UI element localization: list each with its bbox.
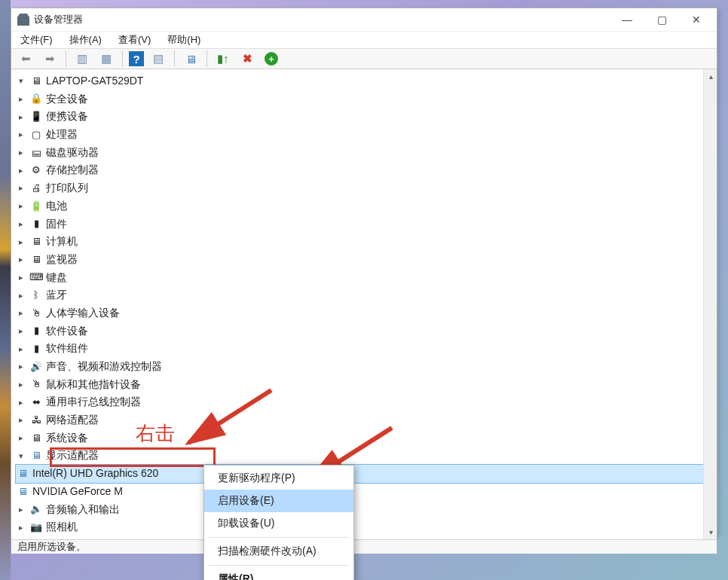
menu-file[interactable]: 文件(F) (17, 32, 56, 48)
statusbar: 启用所选设备。 (11, 539, 717, 554)
view-options-button[interactable]: ▤ (148, 49, 168, 69)
tree-root[interactable]: ▾ 🖥 LAPTOP-GAT529DT (16, 72, 703, 90)
menu-view[interactable]: 查看(V) (115, 32, 154, 48)
tree-item-intel-uhd[interactable]: 🖥 Intel(R) UHD Graphics 620 (16, 465, 703, 483)
tree-category[interactable]: ▸🖥监视器 (16, 251, 703, 269)
context-menu-uninstall-device[interactable]: 卸载设备(U) (204, 512, 353, 535)
tree-item-nvidia[interactable]: 🖥 NVIDIA GeForce M (16, 483, 703, 501)
tree-category[interactable]: ▸🔒安全设备 (16, 90, 703, 108)
chevron-right-icon[interactable]: ▸ (16, 307, 26, 319)
tree-category[interactable]: ▸▢处理器 (16, 126, 703, 144)
chevron-right-icon[interactable]: ▸ (16, 128, 26, 141)
tree-category-label: 音频输入和输出 (46, 502, 120, 518)
chevron-right-icon[interactable]: ▸ (16, 271, 26, 284)
chevron-right-icon[interactable]: ▸ (16, 503, 26, 516)
nav-back-button[interactable]: ⬅ (16, 49, 35, 69)
disable-device-button[interactable]: ✖ (237, 49, 257, 69)
enable-device-button[interactable]: ▮↑ (213, 49, 233, 69)
toolbar-separator (206, 50, 207, 67)
add-legacy-button[interactable]: + (262, 49, 281, 69)
menu-help[interactable]: 帮助(H) (164, 32, 203, 48)
tree-category-camera[interactable]: ▸ 📷 照相机 (16, 518, 703, 536)
nav-forward-button[interactable]: ➡ (40, 49, 60, 69)
display-adapter-icon: 🖥 (29, 450, 43, 462)
tree-category[interactable]: ▸🖥计算机 (16, 233, 703, 251)
tree-category-label: 网络适配器 (46, 412, 99, 429)
chevron-right-icon[interactable]: ▸ (16, 432, 26, 444)
device-tree[interactable]: ▾ 🖥 LAPTOP-GAT529DT ▸🔒安全设备▸📱便携设备▸▢处理器▸🖴磁… (11, 69, 703, 539)
tree-category[interactable]: ▸🖴磁盘驱动器 (16, 144, 703, 162)
chevron-right-icon[interactable]: ▸ (16, 521, 26, 534)
tree-category[interactable]: ▸🖥系统设备 (16, 429, 703, 447)
context-menu-properties[interactable]: 属性(R) (204, 568, 353, 580)
audio-icon: 🔈 (29, 503, 43, 515)
scroll-down-button[interactable]: ▾ (704, 526, 717, 539)
tree-category[interactable]: ▸🔊声音、视频和游戏控制器 (16, 358, 703, 376)
titlebar[interactable]: 设备管理器 — ▢ ✕ (11, 8, 717, 32)
chevron-right-icon[interactable]: ▸ (16, 414, 26, 426)
chevron-right-icon[interactable]: ▸ (16, 146, 26, 159)
window-title: 设备管理器 (34, 13, 610, 26)
chevron-right-icon[interactable]: ▸ (16, 111, 26, 124)
tree-root-label: LAPTOP-GAT529DT (46, 73, 143, 90)
tree-category-label: 人体学输入设备 (46, 305, 120, 322)
context-menu-update-driver[interactable]: 更新驱动程序(P) (204, 467, 353, 490)
chevron-down-icon[interactable]: ▾ (16, 450, 26, 462)
tree-category-audio[interactable]: ▸ 🔈 音频输入和输出 (16, 501, 703, 519)
category-icon: ▮ (29, 218, 43, 230)
context-menu-scan-hardware[interactable]: 扫描检测硬件改动(A) (204, 540, 353, 563)
menu-action[interactable]: 操作(A) (66, 32, 105, 48)
tree-scroll-area[interactable]: ▾ 🖥 LAPTOP-GAT529DT ▸🔒安全设备▸📱便携设备▸▢处理器▸🖴磁… (11, 69, 703, 539)
context-menu: 更新驱动程序(P) 启用设备(E) 卸载设备(U) 扫描检测硬件改动(A) 属性… (203, 465, 354, 580)
tree-category[interactable]: ▸▮固件 (16, 215, 703, 234)
tree-category[interactable]: ▸🔋电池 (16, 197, 703, 215)
help-button[interactable]: ? (129, 51, 144, 66)
chevron-right-icon[interactable]: ▸ (16, 396, 26, 409)
maximize-button[interactable]: ▢ (644, 8, 679, 31)
tree-category[interactable]: ▸⌨键盘 (16, 269, 703, 287)
tree-category-label: 鼠标和其他指针设备 (46, 377, 141, 393)
scroll-up-button[interactable]: ▴ (704, 69, 717, 83)
tree-category-label: 存储控制器 (46, 162, 99, 179)
tree-category[interactable]: ▸ᛒ蓝牙 (16, 286, 703, 304)
tree-category-label: 蓝牙 (46, 287, 67, 304)
chevron-right-icon[interactable]: ▸ (16, 218, 26, 230)
close-button[interactable]: ✕ (679, 8, 714, 31)
chevron-right-icon[interactable]: ▸ (16, 182, 26, 194)
chevron-right-icon[interactable]: ▸ (16, 378, 26, 391)
show-hidden-button[interactable]: ▥ (72, 49, 92, 69)
tree-category[interactable]: ▸⬌通用串行总线控制器 (16, 393, 703, 411)
context-menu-enable-device[interactable]: 启用设备(E) (204, 490, 353, 512)
tree-category[interactable]: ▸⚙存储控制器 (16, 161, 703, 179)
tree-category[interactable]: ▸▮软件设备 (16, 322, 703, 340)
chevron-right-icon[interactable]: ▸ (16, 289, 26, 302)
tree-category[interactable]: ▸▮软件组件 (16, 340, 703, 358)
refresh-button[interactable]: ▦ (96, 49, 116, 69)
chevron-right-icon[interactable]: ▸ (16, 343, 26, 356)
chevron-right-icon[interactable]: ▸ (16, 360, 26, 373)
vertical-scrollbar[interactable]: ▴ ▾ (703, 69, 717, 539)
chevron-right-icon[interactable]: ▸ (16, 236, 26, 249)
tree-category[interactable]: ▸🖨打印队列 (16, 179, 703, 197)
chevron-right-icon[interactable]: ▸ (16, 253, 26, 266)
tree-category-label: 软件组件 (46, 340, 88, 357)
tree-category[interactable]: ▸🖱鼠标和其他指针设备 (16, 376, 703, 394)
tree-category[interactable]: ▸📱便携设备 (16, 108, 703, 126)
tree-category-label: 软件设备 (46, 323, 88, 340)
tree-category[interactable]: ▸🖱人体学输入设备 (16, 304, 703, 322)
chevron-down-icon[interactable]: ▾ (16, 75, 26, 87)
chevron-right-icon[interactable]: ▸ (16, 93, 26, 105)
minimize-button[interactable]: — (610, 8, 644, 31)
category-icon: 🖱 (29, 307, 43, 319)
chevron-right-icon[interactable]: ▸ (16, 325, 26, 337)
chevron-right-icon[interactable]: ▸ (16, 164, 26, 177)
toolbar-separator (174, 50, 175, 67)
scan-hardware-button[interactable]: 🖥 (181, 49, 200, 69)
gpu-icon: 🖥 (16, 486, 29, 498)
tree-category[interactable]: ▸🖧网络适配器 (16, 411, 703, 429)
gpu-icon: 🖥 (16, 468, 29, 480)
tree-item-label: NVIDIA GeForce M (32, 484, 123, 500)
chevron-right-icon[interactable]: ▸ (16, 200, 26, 212)
tree-category-display-adapter[interactable]: ▾ 🖥 显示适配器 (16, 447, 703, 465)
category-icon: ᛒ (29, 289, 43, 301)
